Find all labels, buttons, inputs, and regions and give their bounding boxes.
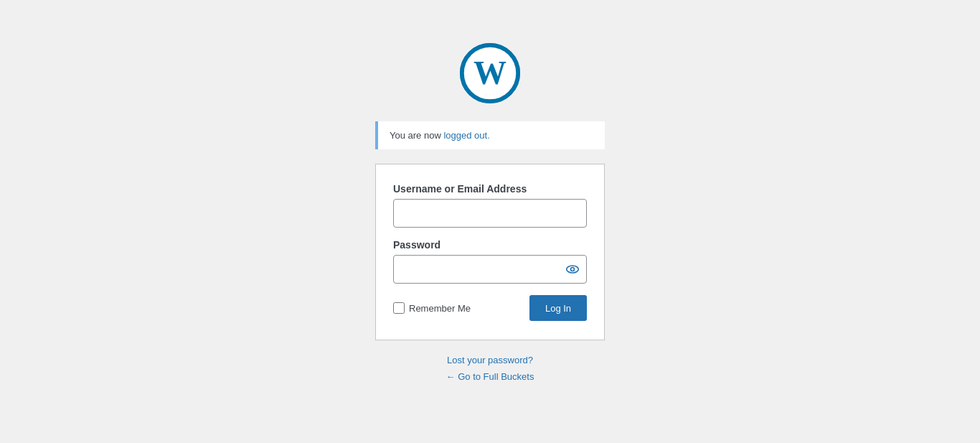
logged-out-link[interactable]: logged out. <box>443 130 489 141</box>
password-input[interactable] <box>393 255 587 284</box>
login-button[interactable]: Log In <box>529 295 587 321</box>
username-label: Username or Email Address <box>393 183 587 195</box>
svg-text:W: W <box>473 55 507 91</box>
remember-me-checkbox[interactable] <box>393 302 405 314</box>
logout-notice: You are now logged out. <box>375 121 605 149</box>
toggle-password-button[interactable] <box>565 262 580 276</box>
username-input[interactable] <box>393 199 587 228</box>
password-label: Password <box>393 239 587 251</box>
below-form-links: Lost your password? ← Go to Full Buckets <box>375 355 605 382</box>
logout-notice-text: You are now logged out. <box>390 130 490 141</box>
lost-password-link[interactable]: Lost your password? <box>447 355 533 365</box>
svg-point-6 <box>571 268 575 271</box>
svg-point-5 <box>567 266 579 273</box>
wordpress-logo: W <box>460 43 520 103</box>
back-to-site-text: Go to Full Buckets <box>458 371 534 382</box>
password-wrapper <box>393 255 587 284</box>
form-actions: Remember Me Log In <box>393 295 587 321</box>
eye-icon <box>565 262 580 276</box>
back-to-site-link[interactable]: ← Go to Full Buckets <box>446 371 534 382</box>
username-group: Username or Email Address <box>393 183 587 228</box>
remember-me-text: Remember Me <box>409 303 471 314</box>
back-arrow: ← <box>446 371 458 382</box>
login-form-container: Username or Email Address Password Remem… <box>375 164 605 340</box>
remember-me-label[interactable]: Remember Me <box>393 302 471 314</box>
password-group: Password <box>393 239 587 284</box>
